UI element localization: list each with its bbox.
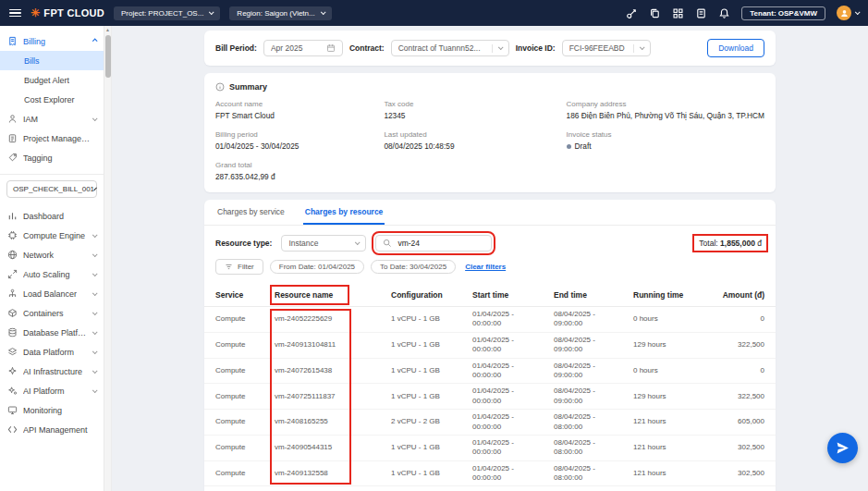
summary-field-value: 186 Điện Biên Phủ, Phường Võ Thị Sáu, Qu… <box>567 111 764 120</box>
sidebar-item-label: Containers <box>23 309 64 318</box>
table-body: Computevm-240522256291 vCPU - 1 GB01/04/… <box>204 307 776 486</box>
hamburger-menu-icon[interactable] <box>9 9 21 18</box>
resource-search-input[interactable] <box>397 239 484 248</box>
cell-start-time: 01/04/2025 - 00:00:00 <box>472 461 554 486</box>
resource-type-label: Resource type: <box>215 239 272 248</box>
cell-amount: 322,500 <box>716 338 764 352</box>
sidebar-item-database-platform[interactable]: Database Platform <box>0 323 104 342</box>
cell-service: Compute <box>215 338 275 352</box>
sidebar-item-containers[interactable]: Containers <box>0 303 104 323</box>
filter-button[interactable]: Filter <box>215 259 263 275</box>
sidebar-item-dashboard[interactable]: Dashboard <box>0 206 104 226</box>
sidebar-scrollbar[interactable]: ▲ <box>104 26 112 491</box>
tab-charges-by-service[interactable]: Charges by service <box>215 200 287 225</box>
project-scope-value: OSP_CHECK_BILL_001 <box>13 185 94 193</box>
cell-amount: 0 <box>716 363 764 378</box>
cell-configuration: 1 vCPU - 1 GB <box>391 466 472 481</box>
sidebar-item-tagging[interactable]: Tagging <box>0 148 104 167</box>
support-chat-fab[interactable] <box>827 433 858 463</box>
table-row[interactable]: Computevm-24091325581 vCPU - 1 GB01/04/2… <box>204 461 776 487</box>
docs-icon[interactable] <box>695 7 707 19</box>
clear-filters-link[interactable]: Clear filters <box>465 263 506 271</box>
tenant-selector[interactable]: Tenant: OSP&VMW <box>741 6 825 20</box>
table-header-row: ServiceResource nameConfigurationStart t… <box>204 283 776 307</box>
sidebar-item-project-management[interactable]: Project Management <box>0 129 104 148</box>
load-balancer-icon <box>7 288 18 299</box>
sidebar-item-bills[interactable]: Bills <box>0 51 104 70</box>
project-selector-label: Project: PROJECT_OS... <box>121 9 203 18</box>
total-currency: đ <box>757 239 762 248</box>
column-header-service: Service <box>215 290 275 300</box>
chevron-down-icon <box>92 310 98 315</box>
chevron-up-icon <box>92 38 98 43</box>
summary-title: Summary <box>229 82 267 92</box>
project-selector[interactable]: Project: PROJECT_OS... <box>114 6 220 20</box>
sidebar-item-auto-scaling[interactable]: Auto Scaling <box>0 264 104 284</box>
contract-label: Contract: <box>349 43 385 53</box>
table-row[interactable]: Computevm-240905443151 vCPU - 1 GB01/04/… <box>204 436 776 461</box>
chevron-down-icon <box>92 116 98 121</box>
scrollbar-thumb[interactable] <box>105 35 111 78</box>
api-management-icon <box>7 424 18 435</box>
table-row[interactable]: Computevm-2407251118371 vCPU - 1 GB01/04… <box>204 384 776 410</box>
sidebar-item-label: Compute Engine <box>23 231 85 240</box>
bill-period-picker[interactable]: Apr 2025 <box>263 40 343 56</box>
resource-search-box[interactable] <box>375 235 492 252</box>
sidebar-item-billing[interactable]: Billing <box>0 31 104 51</box>
tab-charges-by-resource[interactable]: Charges by resource <box>303 200 385 225</box>
bill-toolbar: Bill Period: Apr 2025 Contract: Contract… <box>204 31 776 66</box>
table-row[interactable]: Computevm-240726154381 vCPU - 1 GB01/04/… <box>204 359 776 385</box>
sidebar-item-ai-infrastructure[interactable]: AI Infrastructure <box>0 362 104 381</box>
region-selector[interactable]: Region: Saigon (Vietn... <box>229 6 331 20</box>
main-content: Bill Period: Apr 2025 Contract: Contract… <box>112 26 868 491</box>
table-row[interactable]: Computevm-24081652552 vCPU - 2 GB01/04/2… <box>204 410 776 436</box>
sidebar-item-network[interactable]: Network <box>0 245 104 264</box>
summary-field-invoice-status: Invoice statusDraft <box>567 130 764 151</box>
sidebar-item-monitoring[interactable]: Monitoring <box>0 400 104 420</box>
sidebar-item-cost-explorer[interactable]: Cost Explorer <box>0 90 104 109</box>
table-row[interactable]: Computevm-240522256291 vCPU - 1 GB01/04/… <box>204 307 776 333</box>
chevron-down-icon <box>92 252 98 257</box>
containers-icon <box>7 308 18 318</box>
copy-icon[interactable] <box>649 7 661 19</box>
cell-end-time: 08/04/2025 - 08:00:00 <box>554 436 633 460</box>
sidebar-item-label: Cost Explorer <box>24 95 75 104</box>
summary-field-value: Draft <box>567 141 764 151</box>
invoice-id-select[interactable]: FCI-96FEEABD <box>562 40 651 56</box>
chevron-down-icon <box>92 349 98 354</box>
cell-service: Compute <box>215 363 275 378</box>
bell-icon[interactable] <box>718 7 730 19</box>
monitoring-icon <box>7 405 18 415</box>
sidebar-item-label: API Management <box>23 425 88 435</box>
project-scope-select[interactable]: OSP_CHECK_BILL_001 <box>6 180 97 198</box>
sidebar-item-label: Data Platform <box>23 348 74 357</box>
sidebar-item-label: AI Infrastructure <box>23 367 82 376</box>
user-menu[interactable] <box>837 6 859 20</box>
link-icon[interactable] <box>626 7 638 19</box>
chat-send-icon <box>836 441 850 455</box>
filter-chip[interactable]: From Date: 01/04/2025 <box>270 260 364 274</box>
sidebar-item-load-balancer[interactable]: Load Balancer <box>0 284 104 303</box>
chevron-down-icon <box>209 9 214 15</box>
filter-chip[interactable]: To Date: 30/04/2025 <box>371 260 456 274</box>
apps-grid-icon[interactable] <box>672 7 684 19</box>
cell-running-time: 121 hours <box>633 440 716 455</box>
sidebar-item-data-platform[interactable]: Data Platform <box>0 342 104 362</box>
chevron-down-icon <box>321 9 326 15</box>
cell-amount: 302,500 <box>716 440 764 455</box>
cell-running-time: 129 hours <box>633 338 716 352</box>
contract-select[interactable]: Contract of Tuannn52... <box>391 40 509 56</box>
scroll-up-arrow-icon[interactable]: ▲ <box>105 26 110 34</box>
sidebar-item-ai-platform[interactable]: AI Platform <box>0 381 104 400</box>
sidebar-item-compute-engine[interactable]: Compute Engine <box>0 226 104 245</box>
sidebar-item-budget-alert[interactable]: Budget Alert <box>0 70 104 90</box>
sidebar-item-api-management[interactable]: API Management <box>0 420 104 439</box>
table-row[interactable]: Computevm-2409131048111 vCPU - 1 GB01/04… <box>204 333 776 359</box>
column-header-start-time: Start time <box>472 290 554 300</box>
compute-engine-icon <box>7 230 18 240</box>
download-button[interactable]: Download <box>707 39 764 57</box>
sidebar-menu-services: DashboardCompute EngineNetworkAuto Scali… <box>0 206 104 439</box>
bill-period-value: Apr 2025 <box>271 43 321 53</box>
sidebar-item-iam[interactable]: IAM <box>0 109 104 129</box>
resource-type-select[interactable]: Instance <box>281 235 366 252</box>
